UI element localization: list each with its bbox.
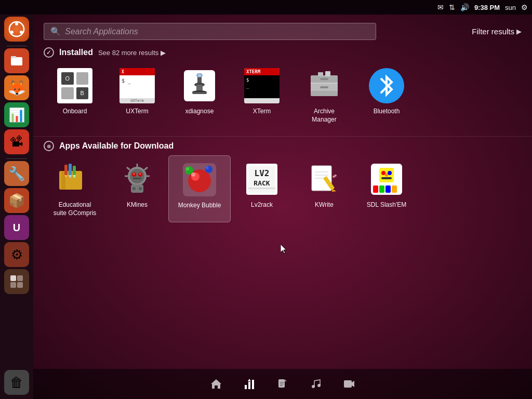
svg-point-1 [15,22,18,25]
bluetooth-icon [369,68,404,103]
svg-marker-81 [211,379,221,389]
network-icon[interactable]: ⇅ [449,3,455,11]
svg-point-79 [385,174,388,177]
onboard-icon-container: O B [56,67,94,104]
uxterm-body: $ _ [119,75,155,98]
svg-rect-28 [64,165,68,175]
app-uxterm[interactable]: X $ _ UXTerm UXTerm [106,62,168,129]
launcher-trash[interactable]: 🗑 [4,370,29,395]
files-filter-button[interactable] [276,378,289,390]
see-more-installed[interactable]: See 82 more results ▶ [98,49,166,57]
kmines-icon [119,162,155,197]
kwrite-icon-container [305,161,343,198]
apps-filter-icon [243,378,256,390]
apps-filter-button[interactable] [243,378,256,390]
files-icon [9,53,24,69]
xterm-body: $ _ [244,75,280,98]
kwrite-label: KWrite [315,201,334,209]
uxterm-label: UXTerm [126,108,148,116]
svg-rect-25 [325,71,330,76]
svg-text:LV2: LV2 [255,168,270,178]
svg-rect-40 [133,178,141,179]
music-filter-button[interactable] [310,378,322,390]
monkey-bubble-icon [182,162,217,197]
filter-results-button[interactable]: Filter results ▶ [472,27,522,36]
workspace-icon [9,274,24,289]
svg-rect-75 [373,185,378,193]
ubuntu-logo-icon [8,21,25,37]
onboard-icon: O B [57,68,92,103]
trash-icon: 🗑 [10,375,23,391]
kmines-icon-container [118,161,156,198]
archive-icon [307,68,342,103]
username[interactable]: sun [505,4,516,11]
launcher-ubuntu-home[interactable] [4,17,29,42]
svg-point-48 [139,187,142,190]
app-gcompris[interactable]: Educationalsuite GCompris [44,155,106,222]
sdl-icon [369,162,404,197]
app-bluetooth[interactable]: Bluetooth [355,62,418,129]
svg-text:RACK: RACK [254,179,270,187]
installed-title: Installed [59,48,93,57]
sdl-icon-container [368,161,405,198]
email-icon[interactable]: ✉ [437,3,444,11]
svg-rect-61 [248,188,275,189]
bluetooth-symbol [377,74,396,98]
svg-rect-77 [385,185,391,193]
launcher-settings[interactable]: 🔧 [4,161,29,186]
launcher-ubuntu-one[interactable]: U [4,215,29,240]
video-filter-button[interactable] [343,378,355,390]
xdiagnose-icon [182,68,217,103]
svg-rect-30 [73,166,76,175]
svg-rect-6 [10,275,16,281]
launcher-files[interactable] [4,48,29,73]
uxterm-icon-container: X $ _ UXTerm [118,67,156,104]
svg-point-54 [186,167,189,170]
installed-apps-grid: O B Onboard X $ _ UXTer [33,62,532,134]
app-xterm[interactable]: XTERM $ _ XTerm [231,62,293,129]
launcher-divider-2 [6,158,27,159]
app-kmines[interactable]: KMines [106,155,168,222]
launcher-libreoffice-calc[interactable]: 📊 [4,102,29,127]
installed-section-header: ✓ Installed See 82 more results ▶ [33,45,532,62]
xdiagnose-icon-container [181,67,218,104]
svg-point-35 [130,169,144,183]
app-kwrite[interactable]: KWrite [293,155,355,222]
impress-icon: 📽 [10,134,23,150]
dashboard: 🔍 Filter results ▶ ✓ Installed See 82 mo… [33,15,532,399]
search-input[interactable] [65,27,369,36]
svg-point-73 [388,171,392,175]
monkey-bubble-label: Monkey Bubble [178,202,221,210]
app-monkey-bubble[interactable]: Monkey Bubble [168,155,231,222]
svg-rect-9 [17,282,23,288]
home-filter-button[interactable] [210,378,222,390]
app-sdl-slashem[interactable]: SDL Slash'EM [355,155,418,222]
filter-results-label: Filter results [472,27,514,36]
launcher-divider-1 [6,46,27,46]
lv2rack-icon: LV2 RACK [244,162,280,197]
launcher-firefox[interactable]: 🦊 [4,75,29,100]
xterm-titlebar: XTERM [244,68,280,75]
svg-point-53 [185,166,193,175]
app-lv2rack[interactable]: LV2 RACK Lv2rack [231,155,293,222]
svg-rect-86 [278,379,285,388]
sdl-label: SDL Slash'EM [367,201,407,209]
svg-rect-15 [192,92,207,94]
launcher-system-tools[interactable]: ⚙ [4,242,29,267]
volume-icon[interactable]: 🔊 [460,3,469,11]
app-xdiagnose[interactable]: xdiagnose [168,62,231,129]
settings-icon[interactable]: ⚙ [521,3,528,11]
launcher-workspace-switcher[interactable] [4,269,29,294]
uxterm-icon: X $ _ UXTerm [119,68,155,103]
launcher-libreoffice-impress[interactable]: 📽 [4,129,29,154]
svg-marker-87 [285,379,287,381]
svg-rect-21 [311,91,338,96]
svg-point-92 [317,384,321,387]
monkey-bubble-icon-container [181,161,218,198]
uxterm-taskbar: UXTerm [119,98,155,103]
svg-rect-82 [245,385,247,389]
svg-rect-78 [392,185,397,193]
app-archive-manager[interactable]: ArchiveManager [293,62,355,129]
app-onboard[interactable]: O B Onboard [44,62,106,129]
launcher-software-center[interactable]: 📦 [4,188,29,213]
